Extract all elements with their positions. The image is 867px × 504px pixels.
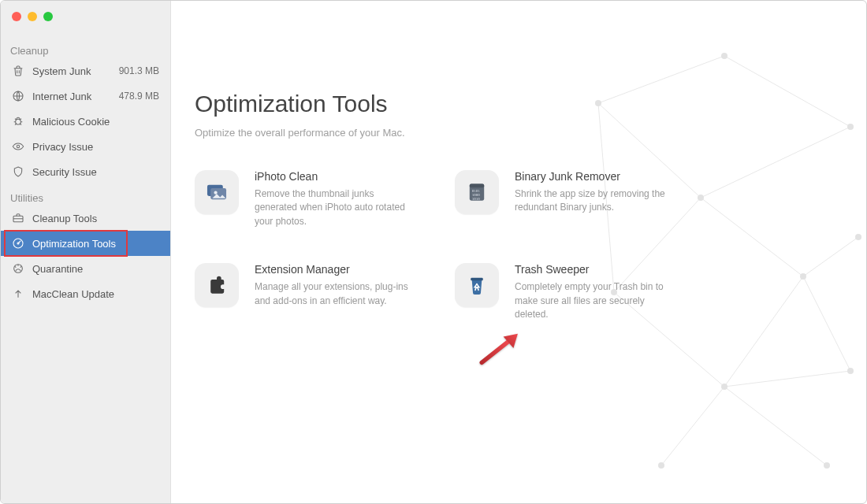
sidebar-item-system-junk[interactable]: System Junk 901.3 MB: [1, 58, 170, 83]
svg-point-28: [847, 368, 854, 374]
tool-grid: iPhoto Clean Remove the thumbnail junks …: [195, 170, 866, 321]
update-icon: [12, 287, 24, 300]
svg-rect-36: [470, 183, 484, 187]
tool-desc: Completely empty your Trash bin to make …: [515, 280, 672, 321]
sidebar-item-cleanup-tools[interactable]: Cleanup Tools: [1, 206, 170, 231]
svg-line-17: [661, 387, 724, 465]
svg-point-2: [17, 145, 19, 147]
svg-point-30: [658, 462, 664, 469]
sidebar-item-label: Malicious Cookie: [32, 116, 110, 128]
sidebar-item-label: Cleanup Tools: [32, 213, 97, 224]
app-window: Cleanup System Junk 901.3 MB Internet Ju…: [0, 0, 867, 504]
svg-point-29: [721, 384, 727, 390]
sidebar-item-malicious-cookie[interactable]: Malicious Cookie: [1, 109, 170, 134]
svg-rect-40: [471, 278, 483, 281]
tool-extension-manager[interactable]: Extension Manager Manage all your extens…: [195, 263, 431, 321]
sidebar-item-label: Optimization Tools: [32, 238, 116, 250]
main-panel: Optimization Tools Optimize the overall …: [171, 1, 866, 503]
shield-icon: [12, 165, 24, 178]
trash-icon: [12, 65, 24, 77]
tool-trash-sweeper[interactable]: Trash Sweeper Completely empty your Tras…: [455, 263, 691, 321]
svg-text:1010: 1010: [472, 197, 481, 201]
svg-line-18: [724, 387, 827, 465]
tool-title: Binary Junk Remover: [515, 170, 672, 183]
binary-icon: 010110001010: [455, 170, 499, 214]
puzzle-icon: [195, 263, 239, 307]
tool-desc: Shrink the app size by removing the redu…: [515, 187, 672, 215]
window-controls: [1, 1, 170, 37]
tool-desc: Remove the thumbnail junks generated whe…: [255, 187, 412, 228]
svg-line-16: [724, 371, 850, 387]
annotation-arrow: [478, 332, 523, 369]
sidebar-item-label: System Junk: [32, 65, 91, 77]
recycle-bin-icon: [455, 263, 499, 307]
close-dot[interactable]: [12, 12, 21, 21]
sidebar-item-optimization-tools[interactable]: Optimization Tools: [1, 231, 170, 256]
sidebar-item-label: Privacy Issue: [32, 141, 93, 153]
tool-binary-junk-remover[interactable]: 010110001010 Binary Junk Remover Shrink …: [455, 170, 691, 228]
svg-point-31: [824, 462, 830, 469]
gauge-icon: [12, 237, 24, 250]
sidebar-item-label: Internet Junk: [32, 91, 91, 102]
svg-text:1000: 1000: [472, 193, 481, 197]
page-title: Optimization Tools: [195, 91, 866, 117]
sidebar-item-label: MacClean Update: [32, 288, 114, 300]
quarantine-icon: [12, 262, 24, 275]
tool-title: Extension Manager: [255, 263, 412, 276]
sidebar-item-label: Quarantine: [32, 263, 83, 275]
sidebar-item-value: 901.3 MB: [119, 65, 159, 76]
sidebar: Cleanup System Junk 901.3 MB Internet Ju…: [1, 1, 171, 503]
section-label-cleanup: Cleanup: [1, 37, 170, 58]
sidebar-item-macclean-update[interactable]: MacClean Update: [1, 281, 170, 306]
globe-icon: [12, 90, 24, 102]
minimize-dot[interactable]: [28, 12, 37, 21]
photo-icon: [195, 170, 239, 214]
tool-desc: Manage all your extensions, plug-ins and…: [255, 280, 412, 308]
tool-title: iPhoto Clean: [255, 170, 412, 183]
maximize-dot[interactable]: [43, 12, 53, 21]
sidebar-item-label: Security Issue: [32, 166, 97, 178]
sidebar-item-value: 478.9 MB: [119, 91, 159, 102]
sidebar-item-internet-junk[interactable]: Internet Junk 478.9 MB: [1, 83, 170, 109]
tool-title: Trash Sweeper: [515, 263, 672, 276]
tool-iphoto-clean[interactable]: iPhoto Clean Remove the thumbnail junks …: [195, 170, 431, 228]
briefcase-icon: [12, 212, 24, 224]
sidebar-item-privacy-issue[interactable]: Privacy Issue: [1, 134, 170, 159]
svg-point-22: [721, 53, 727, 59]
eye-icon: [12, 140, 24, 153]
svg-text:0101: 0101: [472, 189, 481, 193]
section-label-utilities: Utilities: [1, 184, 170, 206]
sidebar-item-quarantine[interactable]: Quarantine: [1, 256, 170, 281]
sidebar-item-security-issue[interactable]: Security Issue: [1, 159, 170, 184]
page-subtitle: Optimize the overall performance of your…: [195, 127, 866, 139]
bug-icon: [12, 115, 24, 128]
